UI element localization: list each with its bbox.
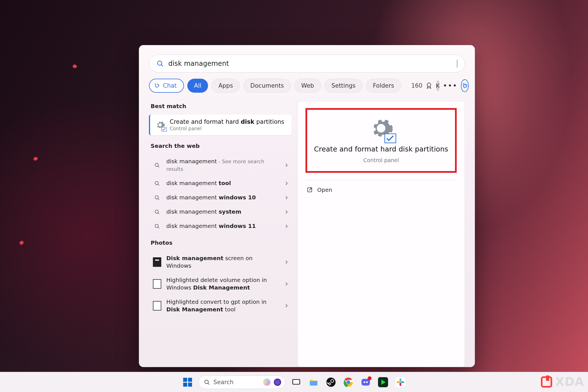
best-match-heading: Best match bbox=[151, 103, 292, 109]
search-input[interactable] bbox=[168, 60, 454, 67]
svg-point-20 bbox=[205, 380, 208, 384]
svg-line-7 bbox=[158, 184, 159, 185]
best-match-title: Create and format hard disk partitions bbox=[170, 118, 284, 125]
photo-thumbnail-icon bbox=[153, 257, 161, 267]
checkmark-badge-icon bbox=[161, 127, 167, 132]
text-caret bbox=[457, 60, 458, 67]
taskbar-taskview[interactable] bbox=[290, 376, 303, 389]
notification-badge bbox=[368, 376, 372, 380]
svg-point-2 bbox=[427, 83, 431, 87]
photo-thumbnail-icon bbox=[153, 279, 161, 289]
taskbar-discord[interactable] bbox=[359, 376, 372, 389]
svg-rect-38 bbox=[401, 381, 404, 383]
taskbar-search-globe-icon bbox=[274, 379, 281, 386]
filter-folders[interactable]: Folders bbox=[366, 79, 401, 93]
bing-button[interactable] bbox=[461, 79, 469, 92]
taskbar-slack[interactable] bbox=[394, 376, 407, 389]
xda-logo-icon bbox=[540, 375, 553, 388]
task-view-icon bbox=[291, 377, 301, 387]
web-suggestion[interactable]: disk management system bbox=[149, 205, 292, 219]
filter-web-label: Web bbox=[301, 82, 314, 89]
xda-watermark-text: XDA bbox=[555, 375, 584, 389]
filter-documents[interactable]: Documents bbox=[243, 79, 291, 93]
svg-line-11 bbox=[158, 213, 159, 214]
open-external-icon bbox=[307, 187, 313, 193]
best-match-result[interactable]: Create and format hard disk partitions C… bbox=[149, 115, 292, 135]
svg-point-31 bbox=[364, 381, 365, 383]
search-icon bbox=[153, 209, 161, 215]
svg-point-6 bbox=[155, 181, 158, 185]
filter-apps[interactable]: Apps bbox=[211, 79, 240, 93]
filter-chat-label: Chat bbox=[163, 82, 177, 89]
preview-panel: Create and format hard disk partitions C… bbox=[297, 101, 465, 367]
results-left-column: Best match Create and format hard disk p… bbox=[149, 101, 292, 367]
filter-chat[interactable]: Chat bbox=[149, 79, 184, 93]
preview-gear-icon bbox=[368, 115, 394, 141]
taskbar-explorer[interactable] bbox=[307, 376, 320, 389]
filter-row: Chat All Apps Documents Web Settings Fol… bbox=[149, 79, 465, 93]
svg-line-21 bbox=[208, 383, 209, 384]
photos-heading: Photos bbox=[151, 239, 292, 246]
web-suggestion-text: disk management system bbox=[166, 208, 279, 216]
preview-subtitle: Control panel bbox=[363, 157, 399, 163]
xda-watermark: XDA bbox=[540, 375, 584, 389]
web-suggestion[interactable]: disk management tool bbox=[149, 176, 292, 190]
filter-web[interactable]: Web bbox=[294, 79, 321, 93]
search-bar[interactable] bbox=[149, 55, 465, 73]
start-search-panel: Chat All Apps Documents Web Settings Fol… bbox=[139, 45, 475, 367]
chevron-right-icon bbox=[284, 195, 289, 200]
taskbar-search-placeholder: Search bbox=[213, 379, 260, 386]
svg-line-9 bbox=[158, 199, 159, 200]
windows-logo-icon bbox=[182, 377, 193, 388]
photo-result[interactable]: Highlighted delete volume option in Wind… bbox=[149, 273, 292, 295]
photo-result[interactable]: Disk management screen on Windows bbox=[149, 251, 292, 273]
filter-all[interactable]: All bbox=[187, 79, 208, 93]
svg-line-1 bbox=[161, 65, 163, 66]
taskbar: Search bbox=[0, 372, 588, 392]
photo-thumbnail-icon bbox=[153, 301, 161, 311]
more-options-icon[interactable]: ••• bbox=[443, 81, 458, 90]
svg-line-5 bbox=[158, 166, 159, 167]
photo-result[interactable]: Highlighted convert to gpt option in Dis… bbox=[149, 295, 292, 317]
search-icon bbox=[153, 223, 161, 229]
search-web-heading: Search the web bbox=[151, 143, 292, 149]
file-explorer-icon bbox=[309, 377, 319, 387]
web-suggestion[interactable]: disk management windows 11 bbox=[149, 219, 292, 233]
web-suggestion[interactable]: disk management windows 10 bbox=[149, 190, 292, 205]
svg-rect-24 bbox=[310, 381, 318, 386]
best-match-subtitle: Control panel bbox=[170, 126, 284, 131]
filter-documents-label: Documents bbox=[250, 82, 284, 89]
filter-settings[interactable]: Settings bbox=[325, 79, 363, 93]
steam-icon bbox=[326, 377, 336, 387]
svg-point-32 bbox=[366, 381, 368, 383]
taskbar-chrome[interactable] bbox=[342, 376, 355, 389]
svg-rect-22 bbox=[293, 379, 300, 384]
svg-point-10 bbox=[155, 210, 158, 213]
svg-point-0 bbox=[158, 61, 162, 65]
web-suggestion[interactable]: disk management - See more search result… bbox=[149, 154, 292, 176]
chevron-right-icon bbox=[284, 281, 289, 286]
taskbar-search[interactable]: Search bbox=[199, 375, 285, 389]
control-panel-gear-icon bbox=[155, 120, 165, 130]
web-suggestion-text: disk management tool bbox=[166, 179, 279, 187]
divider bbox=[305, 180, 457, 180]
user-avatar[interactable]: K bbox=[436, 80, 440, 91]
open-action[interactable]: Open bbox=[305, 185, 457, 195]
rewards-points[interactable]: 160 bbox=[411, 82, 433, 89]
web-suggestion-text: disk management - See more search result… bbox=[166, 158, 279, 173]
bing-chat-icon bbox=[153, 82, 160, 89]
svg-point-25 bbox=[326, 377, 336, 387]
search-icon bbox=[153, 162, 161, 168]
taskbar-steam[interactable] bbox=[325, 376, 337, 389]
photo-result-text: Disk management screen on Windows bbox=[166, 255, 279, 270]
chevron-right-icon bbox=[284, 181, 289, 186]
rewards-points-value: 160 bbox=[411, 82, 423, 89]
filter-settings-label: Settings bbox=[332, 82, 356, 89]
photo-result-text: Highlighted convert to gpt option in Dis… bbox=[166, 298, 279, 313]
preview-checkmark-badge-icon bbox=[384, 133, 397, 143]
svg-point-8 bbox=[155, 195, 158, 199]
search-icon bbox=[153, 195, 161, 200]
svg-rect-40 bbox=[546, 375, 549, 381]
taskbar-app-green[interactable] bbox=[377, 376, 389, 389]
start-button[interactable] bbox=[181, 376, 194, 389]
